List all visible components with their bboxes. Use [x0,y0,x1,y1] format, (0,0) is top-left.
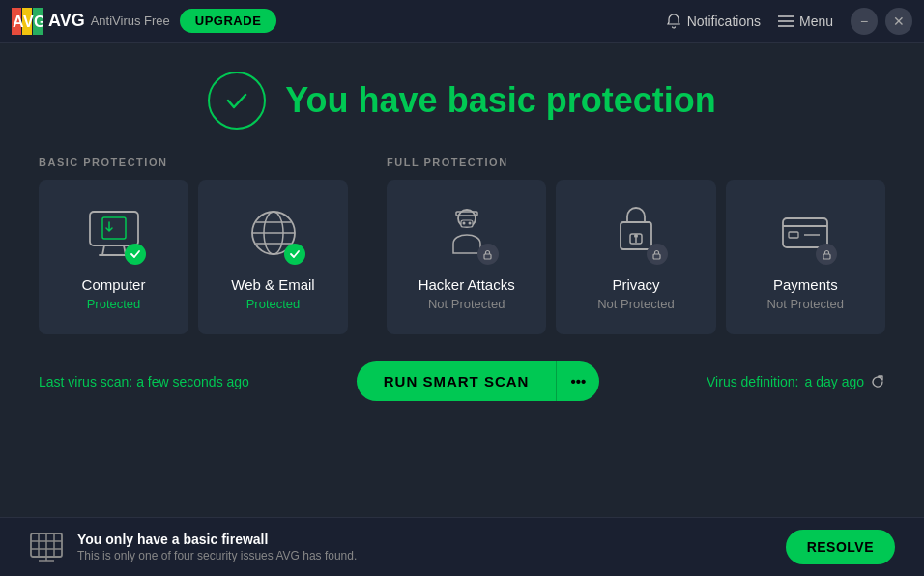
svg-point-20 [468,222,471,225]
title-bar: A V G AVG AntiVirus Free UPGRADE Notific… [0,0,924,43]
notifications-button[interactable]: Notifications [666,14,761,29]
computer-card-status: Protected [87,297,141,311]
svg-rect-26 [653,254,660,259]
payments-icon-wrapper [771,199,839,267]
computer-card-title: Computer [82,276,146,293]
alert-description: This is only one of four security issues… [77,549,357,562]
hero-check-icon [208,72,266,130]
svg-text:V: V [23,14,34,30]
virus-definition-info: Virus definition: a day ago [707,374,885,389]
hacker-card-title: Hacker Attacks [419,276,515,293]
last-scan-label: Last virus scan: [39,374,132,389]
run-scan-button[interactable]: RUN SMART SCAN [357,361,557,401]
web-email-card-status: Protected [246,297,301,311]
computer-icon-wrapper [80,199,148,267]
scan-bar: Last virus scan: a few seconds ago RUN S… [39,361,885,401]
alert-left: You only have a basic firewall This is o… [29,530,357,564]
firewall-icon [29,530,64,564]
resolve-button[interactable]: RESOLVE [786,530,895,564]
basic-protection-section: BASIC PROTECTION [39,157,367,334]
avg-logo: A V G AVG AntiVirus Free [12,8,170,35]
alert-title: You only have a basic firewall [77,532,357,547]
last-scan-value: a few seconds ago [136,374,249,389]
alert-text: You only have a basic firewall This is o… [77,532,357,562]
virus-def-value: a day ago [805,374,865,389]
web-email-card-title: Web & Email [231,276,314,293]
hacker-lock-badge [477,244,499,265]
payments-lock-badge [816,244,837,265]
menu-label: Menu [799,14,833,29]
alert-bar: You only have a basic firewall This is o… [0,517,924,576]
refresh-icon[interactable] [870,374,885,389]
svg-rect-27 [783,218,827,247]
full-protection-section: FULL PROTECTION [387,157,885,334]
hero-prefix: You have [285,80,447,120]
privacy-lock-badge [647,244,668,265]
last-scan-info: Last virus scan: a few seconds ago [39,374,249,389]
upgrade-button[interactable]: UPGRADE [180,9,277,33]
close-button[interactable]: ✕ [885,8,912,35]
svg-text:G: G [34,14,43,30]
scan-more-button[interactable]: ••• [556,361,599,401]
hero-section: You have basic protection [39,43,885,149]
privacy-icon-wrapper [602,199,670,267]
logo-text: AVG [48,11,85,31]
basic-protection-label: BASIC PROTECTION [39,157,367,168]
svg-rect-21 [484,254,491,259]
bell-icon [666,14,681,29]
scan-button-group: RUN SMART SCAN ••• [357,361,599,401]
avg-logo-icon: A V G [12,8,43,35]
svg-point-19 [462,222,465,225]
full-protection-label: FULL PROTECTION [387,157,885,168]
svg-point-24 [634,234,638,238]
svg-rect-29 [789,232,798,238]
menu-button[interactable]: Menu [778,14,833,29]
web-email-icon-wrapper [240,199,307,267]
menu-icon [778,14,794,28]
computer-check-badge [125,244,146,265]
full-cards-row: Hacker Attacks Not Protected [387,180,885,334]
web-email-card[interactable]: Web & Email Protected [198,180,348,334]
main-content: You have basic protection BASIC PROTECTI… [0,43,924,401]
payments-card[interactable]: Payments Not Protected [726,180,885,334]
protection-sections: BASIC PROTECTION [39,157,885,334]
title-bar-right: Notifications Menu − ✕ [666,8,912,35]
payments-card-status: Not Protected [767,297,845,311]
title-bar-left: A V G AVG AntiVirus Free UPGRADE [12,8,276,35]
window-controls: − ✕ [851,8,912,35]
hacker-attacks-card[interactable]: Hacker Attacks Not Protected [387,180,546,334]
hacker-card-status: Not Protected [428,297,505,311]
computer-card[interactable]: Computer Protected [39,180,188,334]
privacy-card[interactable]: Privacy Not Protected [556,180,715,334]
privacy-card-title: Privacy [612,276,659,293]
basic-cards-row: Computer Protected [39,180,367,334]
notifications-label: Notifications [687,14,761,29]
minimize-button[interactable]: − [851,8,878,35]
logo-subtext: AntiVirus Free [91,14,170,28]
payments-card-title: Payments [773,276,838,293]
hero-text: You have basic protection [285,80,715,121]
hacker-icon-wrapper [433,199,501,267]
privacy-card-status: Not Protected [597,297,675,311]
virus-def-label: Virus definition: [707,374,798,389]
hero-highlight: basic protection [448,80,716,120]
svg-rect-31 [823,254,830,259]
web-email-check-badge [284,244,305,265]
